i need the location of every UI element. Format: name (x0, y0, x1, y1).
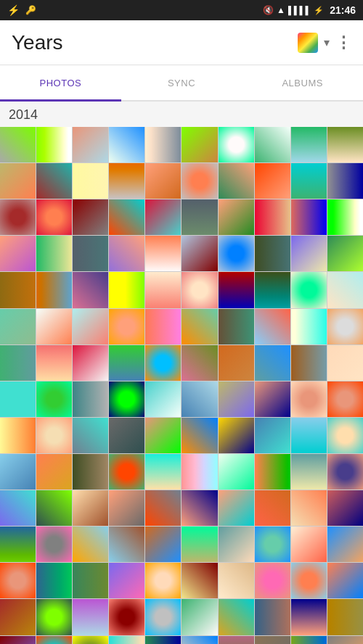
photo-cell[interactable] (219, 236, 254, 271)
photo-cell[interactable] (182, 636, 217, 644)
photo-cell[interactable] (219, 272, 254, 307)
photo-cell[interactable] (291, 345, 327, 381)
more-options-button[interactable]: ⋮ (335, 33, 351, 52)
photo-cell[interactable] (327, 454, 363, 490)
photo-cell[interactable] (219, 490, 254, 526)
photo-cell[interactable] (219, 127, 254, 162)
photo-cell[interactable] (255, 381, 290, 417)
photo-cell[interactable] (219, 381, 254, 417)
photo-cell[interactable] (109, 527, 144, 562)
tab-sync[interactable]: SYNC (121, 65, 242, 100)
photo-cell[interactable] (73, 236, 108, 271)
photo-cell[interactable] (182, 345, 217, 381)
photo-cell[interactable] (255, 163, 290, 199)
photo-cell[interactable] (291, 236, 327, 271)
photo-cell[interactable] (327, 599, 363, 635)
photo-cell[interactable] (73, 309, 108, 344)
photo-cell[interactable] (145, 236, 181, 271)
photo-cell[interactable] (182, 599, 217, 635)
photo-cell[interactable] (219, 199, 254, 235)
photo-cell[interactable] (327, 272, 363, 307)
tab-photos[interactable]: PHOTOS (0, 65, 121, 100)
photo-cell[interactable] (0, 490, 36, 526)
photo-cell[interactable] (109, 490, 144, 526)
photo-cell[interactable] (327, 309, 363, 344)
photo-cell[interactable] (0, 381, 36, 417)
photo-cell[interactable] (73, 127, 108, 162)
photo-cell[interactable] (145, 636, 181, 644)
photo-cell[interactable] (145, 199, 181, 235)
photo-cell[interactable] (255, 272, 290, 307)
photo-cell[interactable] (109, 272, 144, 307)
photo-cell[interactable] (291, 199, 327, 235)
photo-cell[interactable] (0, 636, 36, 644)
color-filter-button[interactable] (298, 33, 318, 53)
photo-cell[interactable] (255, 527, 290, 562)
photo-cell[interactable] (182, 309, 217, 344)
photo-cell[interactable] (327, 199, 363, 235)
photo-cell[interactable] (73, 418, 108, 453)
photo-cell[interactable] (145, 381, 181, 417)
photo-cell[interactable] (145, 309, 181, 344)
photo-cell[interactable] (109, 454, 144, 490)
photo-cell[interactable] (109, 636, 144, 644)
photo-cell[interactable] (182, 272, 217, 307)
photo-cell[interactable] (255, 563, 290, 598)
photo-cell[interactable] (255, 345, 290, 381)
photo-cell[interactable] (291, 490, 327, 526)
photo-cell[interactable] (145, 599, 181, 635)
photo-cell[interactable] (109, 599, 144, 635)
photo-cell[interactable] (73, 490, 108, 526)
photo-cell[interactable] (219, 454, 254, 490)
photo-cell[interactable] (0, 345, 36, 381)
photo-cell[interactable] (145, 345, 181, 381)
photo-cell[interactable] (0, 527, 36, 562)
photo-cell[interactable] (36, 454, 72, 490)
photo-cell[interactable] (36, 127, 72, 162)
photo-cell[interactable] (255, 636, 290, 644)
photo-cell[interactable] (291, 563, 327, 598)
photo-cell[interactable] (327, 418, 363, 453)
photo-cell[interactable] (255, 236, 290, 271)
photo-cell[interactable] (36, 345, 72, 381)
photo-cell[interactable] (255, 418, 290, 453)
photo-cell[interactable] (182, 236, 217, 271)
photo-cell[interactable] (291, 127, 327, 162)
photo-cell[interactable] (182, 381, 217, 417)
photo-cell[interactable] (219, 418, 254, 453)
photo-cell[interactable] (327, 490, 363, 526)
photo-cell[interactable] (109, 236, 144, 271)
photo-cell[interactable] (36, 599, 72, 635)
photo-cell[interactable] (219, 163, 254, 199)
photo-cell[interactable] (255, 199, 290, 235)
photo-cell[interactable] (291, 454, 327, 490)
photo-cell[interactable] (36, 563, 72, 598)
photo-cell[interactable] (255, 309, 290, 344)
photo-cell[interactable] (0, 272, 36, 307)
photo-cell[interactable] (0, 127, 36, 162)
photo-cell[interactable] (145, 527, 181, 562)
photo-cell[interactable] (73, 454, 108, 490)
photo-cell[interactable] (73, 199, 108, 235)
photo-cell[interactable] (36, 272, 72, 307)
photo-cell[interactable] (36, 199, 72, 235)
photo-cell[interactable] (182, 527, 217, 562)
photo-cell[interactable] (291, 527, 327, 562)
photo-cell[interactable] (219, 563, 254, 598)
photo-cell[interactable] (109, 345, 144, 381)
photo-cell[interactable] (109, 418, 144, 453)
photo-cell[interactable] (0, 199, 36, 235)
photo-cell[interactable] (0, 236, 36, 271)
photo-cell[interactable] (291, 272, 327, 307)
photo-cell[interactable] (182, 127, 217, 162)
tab-albums[interactable]: ALBUMS (242, 65, 363, 100)
photo-cell[interactable] (327, 127, 363, 162)
photo-cell[interactable] (109, 199, 144, 235)
photo-cell[interactable] (36, 236, 72, 271)
photo-cell[interactable] (291, 381, 327, 417)
photo-cell[interactable] (73, 272, 108, 307)
photo-cell[interactable] (327, 381, 363, 417)
photo-cell[interactable] (219, 636, 254, 644)
photo-cell[interactable] (73, 599, 108, 635)
photo-cell[interactable] (291, 636, 327, 644)
